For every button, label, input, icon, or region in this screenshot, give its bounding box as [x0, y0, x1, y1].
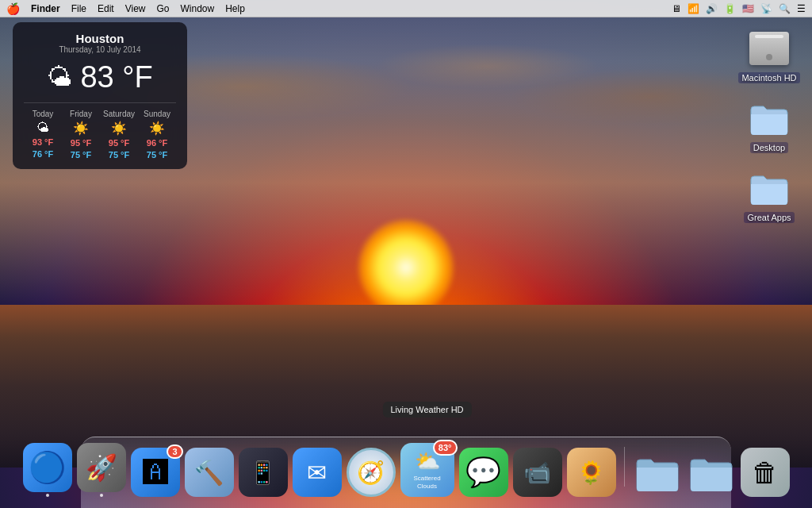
- dock-item-launchpad[interactable]: 🚀: [77, 443, 126, 497]
- weather-forecast: Today 🌤 93 °F 76 °F Friday ☀️ 95 °F 75 °…: [24, 102, 176, 160]
- launchpad-icon[interactable]: 🚀: [77, 443, 126, 492]
- dock-item-trash[interactable]: 🗑: [741, 448, 790, 497]
- trash-icon[interactable]: 🗑: [741, 448, 790, 497]
- menubar-file[interactable]: File: [71, 3, 86, 14]
- dock: 🔵 🚀 🅰 3 🔨 📱: [81, 429, 731, 508]
- weather-dock-subtitle: ScatteredClouds: [413, 475, 440, 490]
- dock-item-folder1[interactable]: [633, 448, 682, 497]
- folder1-icon[interactable]: [633, 448, 682, 497]
- dock-item-app-store[interactable]: 🅰 3: [131, 448, 180, 497]
- launchpad-dot: [100, 494, 103, 497]
- bluetooth-icon[interactable]: 📡: [760, 3, 772, 14]
- forecast-today-label: Today: [33, 110, 54, 118]
- dock-item-iphoto[interactable]: 🌻: [567, 448, 616, 497]
- search-icon[interactable]: 🔍: [779, 3, 791, 14]
- macintosh-hd-icon: [749, 28, 790, 69]
- dock-item-xcode[interactable]: 🔨: [185, 448, 234, 497]
- forecast-sunday-icon: ☀️: [149, 121, 165, 136]
- forecast-sunday-high: 96 °F: [147, 138, 167, 148]
- great-apps-folder-icon: [749, 167, 790, 209]
- dock-items: 🔵 🚀 🅰 3 🔨 📱: [13, 443, 799, 503]
- dock-item-folder2[interactable]: [687, 448, 736, 497]
- menubar-left: 🍎 Finder File Edit View Go Window Help: [6, 2, 245, 15]
- weather-widget: Houston Thursday, 10 July 2014 🌤 83 °F T…: [13, 22, 187, 169]
- desktop-icon-macintosh-hd[interactable]: Macintosh HD: [737, 28, 801, 83]
- dock-item-mail[interactable]: ✉: [293, 448, 342, 497]
- great-apps-folder-label: Great Apps: [744, 212, 794, 223]
- wifi-icon[interactable]: 📶: [688, 3, 699, 14]
- dock-item-messages[interactable]: 💬: [459, 448, 508, 497]
- forecast-friday-label: Friday: [70, 110, 92, 118]
- forecast-saturday: Saturday ☀️ 95 °F 75 °F: [100, 110, 138, 160]
- macintosh-hd-label: Macintosh HD: [738, 72, 799, 83]
- iphoto-icon[interactable]: 🌻: [567, 448, 616, 497]
- menubar-help[interactable]: Help: [225, 3, 245, 14]
- menubar: 🍎 Finder File Edit View Go Window Help 🖥…: [0, 0, 812, 17]
- dock-item-facetime[interactable]: 📹: [513, 448, 562, 497]
- volume-icon[interactable]: 🔊: [706, 3, 718, 14]
- safari-icon[interactable]: 🧭: [347, 448, 396, 497]
- weather-date: Thursday, 10 July 2014: [24, 45, 176, 54]
- menubar-edit[interactable]: Edit: [98, 3, 114, 14]
- dock-item-finder[interactable]: 🔵: [23, 443, 72, 497]
- menubar-go[interactable]: Go: [157, 3, 170, 14]
- forecast-friday-high: 95 °F: [71, 138, 91, 148]
- forecast-friday: Friday ☀️ 95 °F 75 °F: [62, 110, 100, 160]
- forecast-today-icon: 🌤: [36, 121, 49, 135]
- desktop-folder-label: Desktop: [750, 142, 788, 153]
- dock-item-living-weather[interactable]: Living Weather HD 83° ⛅ ScatteredClouds: [400, 443, 454, 497]
- forecast-today-low: 76 °F: [33, 149, 53, 159]
- monitor-icon[interactable]: 🖥: [672, 3, 681, 14]
- forecast-saturday-high: 95 °F: [109, 138, 129, 148]
- xcode-icon[interactable]: 🔨: [185, 448, 234, 497]
- menubar-view[interactable]: View: [125, 3, 146, 14]
- desktop-icon-great-apps[interactable]: Great Apps: [737, 167, 801, 223]
- apple-menu[interactable]: 🍎: [6, 2, 20, 15]
- dock-item-safari[interactable]: 🧭: [347, 448, 396, 497]
- messages-icon[interactable]: 💬: [459, 448, 508, 497]
- dock-item-iphone[interactable]: 📱: [239, 448, 288, 497]
- weather-temp-badge: 83°: [433, 440, 458, 456]
- forecast-saturday-low: 75 °F: [109, 150, 129, 160]
- weather-current-icon: 🌤: [47, 63, 72, 92]
- desktop-icons: Macintosh HD Desktop Great Apps: [737, 28, 801, 223]
- folder2-icon[interactable]: [687, 448, 736, 497]
- dock-separator: [624, 447, 625, 487]
- weather-current: 🌤 83 °F: [24, 60, 176, 94]
- menubar-window[interactable]: Window: [181, 3, 215, 14]
- iphone-icon[interactable]: 📱: [239, 448, 288, 497]
- forecast-sunday-label: Sunday: [144, 110, 170, 118]
- menu-icon[interactable]: ☰: [797, 3, 806, 14]
- forecast-saturday-icon: ☀️: [111, 121, 127, 136]
- app-store-badge: 3: [167, 444, 182, 459]
- facetime-icon[interactable]: 📹: [513, 448, 562, 497]
- finder-dot: [46, 494, 49, 497]
- desktop-folder-icon: [749, 98, 790, 139]
- forecast-friday-icon: ☀️: [73, 121, 89, 136]
- harddrive-icon: [749, 32, 789, 65]
- flag-icon[interactable]: 🇺🇸: [742, 3, 754, 14]
- forecast-friday-low: 75 °F: [71, 150, 91, 160]
- forecast-saturday-label: Saturday: [103, 110, 135, 118]
- finder-icon[interactable]: 🔵: [23, 443, 72, 492]
- desktop-icon-desktop[interactable]: Desktop: [737, 98, 801, 153]
- sun-glow: [358, 220, 454, 315]
- weather-current-temp: 83 °F: [80, 60, 152, 94]
- forecast-today: Today 🌤 93 °F 76 °F: [24, 110, 62, 160]
- menubar-finder[interactable]: Finder: [31, 3, 60, 14]
- living-weather-tooltip: Living Weather HD: [382, 402, 471, 418]
- living-weather-icon[interactable]: 83° ⛅ ScatteredClouds: [400, 443, 454, 497]
- app-store-icon[interactable]: 🅰 3: [131, 448, 180, 497]
- forecast-sunday: Sunday ☀️ 96 °F 75 °F: [138, 110, 176, 160]
- mail-icon[interactable]: ✉: [293, 448, 342, 497]
- forecast-today-high: 93 °F: [33, 137, 53, 147]
- forecast-sunday-low: 75 °F: [147, 150, 167, 160]
- menubar-right: 🖥 📶 🔊 🔋 🇺🇸 📡 🔍 ☰: [672, 3, 806, 14]
- weather-city: Houston: [24, 32, 176, 45]
- battery-icon[interactable]: 🔋: [724, 3, 736, 14]
